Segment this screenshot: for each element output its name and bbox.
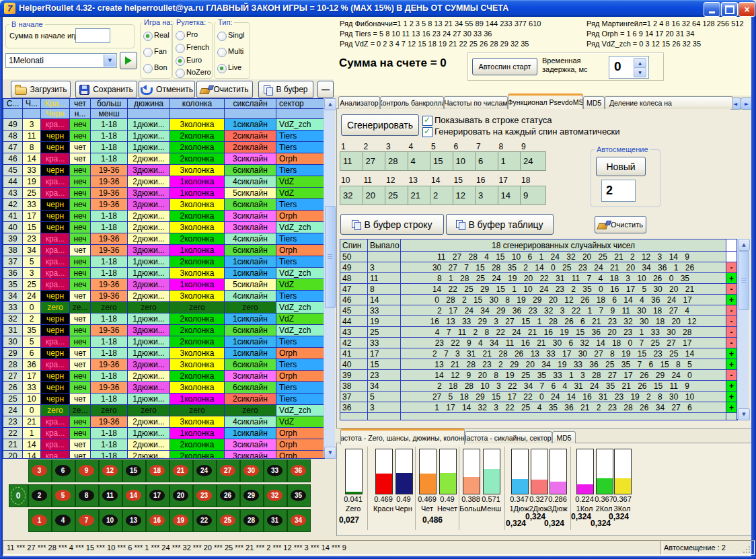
roulette-cell-17[interactable]: 17: [146, 484, 169, 507]
history-scrollbar[interactable]: ▲ ▼: [324, 98, 335, 457]
radio-live[interactable]: [217, 64, 227, 73]
tab-2[interactable]: Контроль банкролла: [380, 96, 444, 109]
roulette-cell-30[interactable]: 30: [240, 459, 264, 482]
roulette-cell-28[interactable]: 28: [240, 509, 264, 532]
history-table[interactable]: С...Ч...Кра...четбольшдюжинаколонкасиксл…: [3, 98, 325, 459]
roulette-cell-10[interactable]: 10: [99, 509, 122, 532]
roulette-cell-29[interactable]: 29: [240, 484, 264, 507]
roulette-cell-6[interactable]: 6: [52, 459, 75, 482]
roulette-cell-35[interactable]: 35: [287, 484, 311, 507]
roulette-cell-25[interactable]: 25: [217, 509, 240, 532]
close-button[interactable]: ×: [739, 2, 755, 17]
tab-4[interactable]: Функционал PsevdoMS: [508, 94, 583, 109]
roulette-cell-4[interactable]: 4: [52, 509, 75, 532]
radio-multi[interactable]: [217, 48, 227, 57]
roulette-cell-19[interactable]: 19: [169, 509, 193, 532]
history-cell: 2сиклайн: [225, 142, 276, 153]
tab-3[interactable]: Частоты по числам: [444, 96, 508, 109]
scroll-down-icon[interactable]: ▼: [324, 447, 336, 459]
roulette-cell-31[interactable]: 31: [264, 509, 287, 532]
history-cell: 19-36: [91, 291, 127, 301]
generated-table[interactable]: СпинВыпало18 сгенерированных случайных ч…: [340, 239, 738, 420]
roulette-cell-16[interactable]: 16: [146, 509, 169, 532]
history-cell: 1-18: [91, 268, 127, 278]
start-sum-input[interactable]: [75, 28, 110, 43]
radio-real[interactable]: [143, 32, 153, 41]
spinner-up-icon[interactable]: ▲: [634, 58, 646, 68]
autoshift-value-box[interactable]: 2: [601, 180, 636, 202]
freq-tab-2[interactable]: Частота - сиклайны, сектора: [465, 431, 552, 443]
roulette-cell-32[interactable]: 32: [264, 484, 287, 507]
scroll-up-icon[interactable]: ▲: [738, 239, 750, 251]
tab-6[interactable]: Деление колеса на: [605, 96, 733, 109]
roulette-cell-12[interactable]: 12: [99, 459, 122, 482]
clear-button[interactable]: Очистить: [196, 81, 253, 98]
autospin-start-button[interactable]: Автоспин старт: [472, 58, 537, 75]
history-cell: VdZ_zch: [276, 268, 325, 278]
load-button[interactable]: Загрузить: [11, 81, 71, 98]
resize-grip[interactable]: [742, 545, 751, 554]
save-button[interactable]: Сохранить: [75, 81, 137, 98]
spinner-down-icon[interactable]: ▼: [634, 67, 646, 77]
scrollbar-thumb[interactable]: [739, 251, 749, 310]
roulette-zero-cell[interactable]: 0: [9, 484, 28, 507]
roulette-cell-18[interactable]: 18: [146, 459, 169, 482]
play-button[interactable]: [120, 52, 137, 69]
history-cell: 17: [23, 211, 40, 221]
scroll-up-icon[interactable]: ▲: [324, 98, 336, 110]
roulette-cell-33[interactable]: 33: [264, 459, 287, 482]
roulette-cell-24[interactable]: 24: [193, 459, 217, 482]
chevron-down-icon[interactable]: ▼: [104, 54, 116, 67]
copy-table-button[interactable]: В буфер таблицу: [446, 214, 554, 235]
radio-nozero[interactable]: [176, 69, 185, 78]
tab-5[interactable]: MD5: [583, 96, 605, 109]
copy-row-button[interactable]: В буфер строку: [340, 214, 444, 235]
collapse-button[interactable]: —: [317, 81, 334, 98]
roulette-cell-2[interactable]: 2: [28, 484, 52, 507]
freq-tab-1[interactable]: Частота - Zero, шансы, дюжины, колонки: [340, 428, 465, 445]
title-bar[interactable]: 7 HelperRoullet 4.32- create helperroull…: [0, 0, 756, 17]
radio-pro[interactable]: [176, 31, 185, 40]
scroll-down-icon[interactable]: ▼: [738, 408, 750, 420]
freq-tab-3[interactable]: MD5: [552, 431, 576, 443]
radio-euro[interactable]: [176, 57, 185, 66]
roulette-cell-27[interactable]: 27: [217, 459, 240, 482]
roulette-cell-9[interactable]: 9: [75, 459, 99, 482]
roulette-cell-15[interactable]: 15: [122, 459, 146, 482]
roulette-cell-23[interactable]: 23: [193, 484, 217, 507]
clear-generated-button[interactable]: Очистить: [595, 216, 646, 233]
roulette-cell-3[interactable]: 3: [28, 459, 52, 482]
roulette-cell-5[interactable]: 5: [52, 484, 75, 507]
maximize-button[interactable]: [721, 2, 738, 17]
generate-button[interactable]: Сгенерировать: [341, 114, 419, 136]
history-cell: черн: [41, 199, 69, 210]
checkbox-2[interactable]: [422, 127, 432, 137]
roulette-cell-8[interactable]: 8: [75, 484, 99, 507]
roulette-cell-22[interactable]: 22: [193, 509, 217, 532]
generated-scrollbar[interactable]: ▲ ▼: [737, 239, 749, 419]
minimize-button[interactable]: [704, 2, 720, 17]
roulette-cell-26[interactable]: 26: [217, 484, 240, 507]
history-cell: 1-18: [91, 428, 127, 439]
roulette-cell-14[interactable]: 14: [122, 484, 146, 507]
roulette-cell-34[interactable]: 34: [287, 509, 311, 532]
roulette-cell-20[interactable]: 20: [169, 484, 193, 507]
roulette-cell-36[interactable]: 36: [287, 459, 311, 482]
button-label: Загрузить: [30, 85, 67, 94]
undo-button[interactable]: Отменить: [139, 81, 195, 98]
radio-french[interactable]: [176, 44, 185, 53]
roulette-cell-1[interactable]: 1: [28, 509, 52, 532]
tab-1[interactable]: Анализатор: [338, 96, 380, 109]
roulette-cell-21[interactable]: 21: [169, 459, 193, 482]
scrollbar-thumb[interactable]: [325, 206, 336, 308]
roulette-cell-7[interactable]: 7: [75, 509, 99, 532]
roulette-cell-13[interactable]: 13: [122, 509, 146, 532]
checkbox-1[interactable]: [422, 116, 432, 126]
profile-combo[interactable]: 1Melonati ▼: [5, 53, 117, 68]
copy-button[interactable]: В буфер: [258, 81, 313, 98]
roulette-cell-11[interactable]: 11: [99, 484, 122, 507]
radio-singl[interactable]: [217, 32, 227, 41]
radio-bon[interactable]: [143, 64, 153, 73]
radio-fan[interactable]: [143, 48, 153, 57]
new-button[interactable]: Новый: [596, 157, 646, 176]
